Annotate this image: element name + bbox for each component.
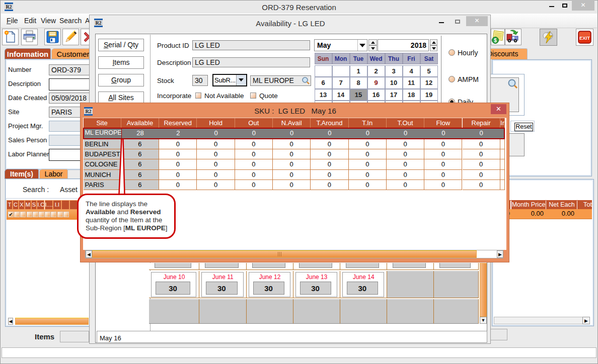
svg-text:$: $ bbox=[494, 38, 497, 43]
svg-text:EXIT: EXIT bbox=[579, 35, 590, 41]
